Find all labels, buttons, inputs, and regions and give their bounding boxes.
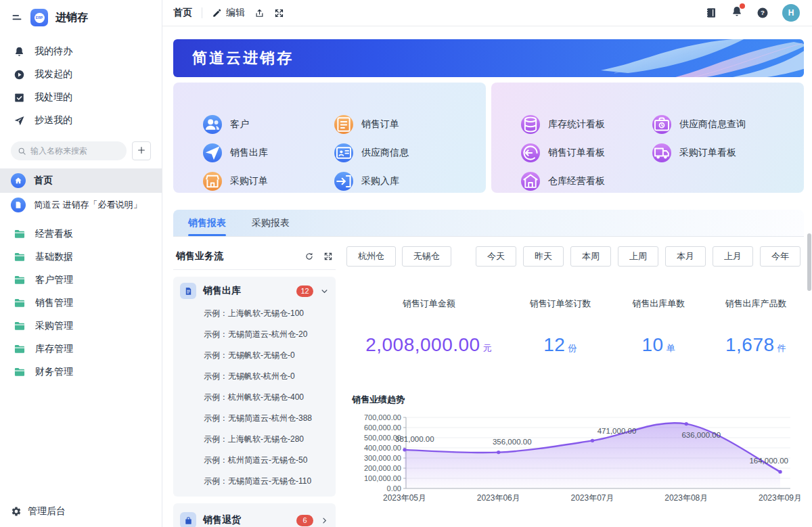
gear-icon <box>11 506 22 517</box>
report-tab[interactable]: 销售报表 <box>188 210 226 236</box>
quick-link-label: 供应商信息查询 <box>679 118 746 131</box>
quick-link-label: 仓库经营看板 <box>548 175 605 187</box>
sidebar-item-readme[interactable]: 简道云 进销存「必看说明」 <box>0 193 162 217</box>
expand-panel-icon[interactable] <box>323 252 333 261</box>
sidebar-folder-item[interactable]: 采购管理 <box>0 315 162 338</box>
quick-link-label: 采购订单看板 <box>679 147 736 159</box>
quick-link-label: 采购入库 <box>361 175 399 187</box>
help-icon[interactable]: ? <box>757 7 769 19</box>
menu-item-label: 抄送我的 <box>35 114 72 127</box>
svg-text:2023年07月: 2023年07月 <box>570 493 614 503</box>
menu-item-icon <box>14 115 25 127</box>
period-filter-button[interactable]: 昨天 <box>523 246 564 267</box>
quick-link[interactable]: 销售订单看板 <box>521 143 652 162</box>
quick-link[interactable]: 库存统计看板 <box>521 115 652 134</box>
svg-text:2023年08月: 2023年08月 <box>664 493 708 503</box>
period-filter-button[interactable]: 上周 <box>618 246 658 267</box>
divider <box>202 7 202 18</box>
flow-list-item[interactable]: 示例：无锡简道云-杭州仓-388 <box>180 408 329 429</box>
flow-group-header[interactable]: 销售出库 12 <box>180 281 329 300</box>
page-title: 首页 <box>173 7 192 19</box>
avatar[interactable]: H <box>782 4 800 22</box>
notifications-button[interactable] <box>731 5 743 20</box>
doc-list-icon <box>180 283 196 299</box>
flow-list-item[interactable]: 示例：上海帆软-无锡仓-280 <box>180 429 329 450</box>
kpi-stat: 销售订单金额 2,008,000.00元 <box>346 298 511 356</box>
quick-links: 客户 销售订单 销售出库 供应商信息 <box>173 83 804 193</box>
menu-item-label: 我发起的 <box>35 68 72 81</box>
flow-list-item[interactable]: 示例：杭州简道云-无锡仓-50 <box>180 450 329 471</box>
sidebar-folder-item[interactable]: 基础数据 <box>0 246 162 269</box>
sidebar-folder-item[interactable]: 财务管理 <box>0 361 162 384</box>
flow-item-list: 示例：上海帆软-无锡仓-100 示例：无锡简道云-杭州仓-20 示例：无锡帆软-… <box>180 303 329 492</box>
sidebar-folder-item[interactable]: 客户管理 <box>0 269 162 292</box>
scrollbar-thumb[interactable] <box>807 233 811 291</box>
bag-icon <box>180 512 196 527</box>
flow-list-item[interactable]: 示例：无锡帆软-杭州仓-0 <box>180 366 329 387</box>
quick-link[interactable]: 供应商信息查询 <box>652 115 784 134</box>
search-icon <box>18 147 26 156</box>
period-filter-button[interactable]: 本月 <box>665 246 706 267</box>
flow-list-item[interactable]: 示例：无锡简道云-杭州仓-20 <box>180 324 329 345</box>
menu-item-icon <box>14 69 25 81</box>
folder-label: 库存管理 <box>35 343 73 355</box>
banner-title: 简道云进销存 <box>192 48 294 68</box>
quick-link[interactable]: 采购订单 <box>203 172 334 191</box>
menu-item-label: 我处理的 <box>35 91 72 104</box>
folder-icon <box>14 320 26 332</box>
period-filter-button[interactable]: 今天 <box>476 246 516 267</box>
period-filter-button[interactable]: 本周 <box>570 246 611 267</box>
quick-link[interactable]: 销售出库 <box>203 143 334 162</box>
warehouse-filter-button[interactable]: 杭州仓 <box>346 246 396 267</box>
add-button[interactable] <box>132 141 151 160</box>
search-box[interactable] <box>11 141 127 160</box>
sidebar-menu-item[interactable]: 我处理的 <box>0 86 162 109</box>
quick-link[interactable]: 采购入库 <box>334 172 466 191</box>
quick-link[interactable]: 仓库经营看板 <box>521 172 652 191</box>
admin-console-link[interactable]: 管理后台 <box>0 496 162 527</box>
search-input[interactable] <box>30 146 120 156</box>
app-title: 进销存 <box>55 11 88 25</box>
quick-link-label: 供应商信息 <box>361 147 409 159</box>
flow-group-header[interactable]: 销售退货 6 <box>180 508 329 527</box>
period-filter-button[interactable]: 今年 <box>760 246 800 267</box>
folder-icon <box>14 343 26 355</box>
fullscreen-icon[interactable] <box>274 8 284 18</box>
sidebar-menu-item[interactable]: 我的待办 <box>0 40 162 63</box>
collapse-sidebar-icon[interactable] <box>11 12 23 24</box>
sidebar-menu-item[interactable]: 我发起的 <box>0 63 162 86</box>
refresh-icon[interactable] <box>304 252 314 261</box>
flow-list-item[interactable]: 示例：无锡帆软-无锡仓-0 <box>180 345 329 366</box>
quick-link[interactable]: 销售订单 <box>334 115 466 134</box>
sidebar-folders: 经营看板 基础数据 客户管理 销售管理 采购管理 <box>0 223 162 384</box>
folder-label: 财务管理 <box>35 366 73 378</box>
quick-link[interactable]: 客户 <box>203 115 334 134</box>
sidebar-item-home[interactable]: 首页 <box>0 168 162 193</box>
flow-list-item[interactable]: 示例：无锡简道云-无锡仓-110 <box>180 471 329 492</box>
topbar: 首页 编辑 ? H <box>162 0 812 26</box>
notes-icon[interactable] <box>705 7 717 19</box>
quick-link-icon <box>521 143 540 162</box>
quick-link[interactable]: 供应商信息 <box>334 143 466 162</box>
svg-text:2023年06月: 2023年06月 <box>477 493 520 503</box>
chevron-down-icon <box>320 287 329 296</box>
sidebar-folder-item[interactable]: 库存管理 <box>0 338 162 361</box>
warehouse-filter-button[interactable]: 无锡仓 <box>402 246 451 267</box>
folder-icon <box>14 274 26 286</box>
quick-link[interactable]: 采购订单看板 <box>652 143 784 162</box>
sidebar-menu-item[interactable]: 抄送我的 <box>0 109 162 132</box>
folder-icon <box>14 251 26 263</box>
quick-link-icon <box>334 172 353 191</box>
sidebar-folder-item[interactable]: 销售管理 <box>0 292 162 315</box>
flow-list-item[interactable]: 示例：杭州帆软-无锡仓-400 <box>180 387 329 408</box>
admin-console-label: 管理后台 <box>28 505 66 518</box>
quick-link-icon <box>203 172 222 191</box>
report-tab[interactable]: 采购报表 <box>252 210 290 236</box>
share-icon[interactable] <box>254 8 265 18</box>
sidebar-folder-item[interactable]: 经营看板 <box>0 223 162 246</box>
quick-link-label: 客户 <box>230 118 249 131</box>
flow-list-item[interactable]: 示例：上海帆软-无锡仓-100 <box>180 303 329 324</box>
svg-text:2023年05月: 2023年05月 <box>383 493 426 503</box>
period-filter-button[interactable]: 上月 <box>713 246 753 267</box>
edit-button[interactable]: 编辑 <box>212 7 245 19</box>
